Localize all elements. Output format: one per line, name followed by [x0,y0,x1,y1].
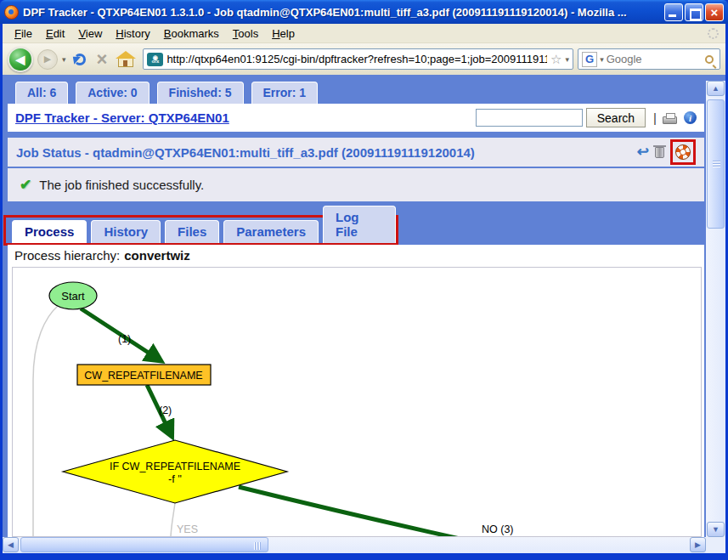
stop-button[interactable]: × [97,51,108,68]
navigation-toolbar: ◀ ▶ ▾ × ◉o/x ☆ ▾ G ▾ [3,43,725,75]
job-message-row: ✔ The job finished successfully. [8,168,704,201]
page-content: All: 6 Active: 0 Finished: 5 Error: 1 DP… [3,75,725,553]
scrollbar-corner [706,537,725,553]
window-title: DPF Tracker - QTXP64EN01 1.3.1.0 - Job q… [23,6,659,19]
node-start-label: Start [61,290,85,303]
close-button[interactable]: × [705,3,724,21]
url-input[interactable] [166,53,547,65]
title-bar: DPF Tracker - QTXP64EN01 1.3.1.0 - Job q… [0,0,728,24]
menu-bookmarks[interactable]: Bookmarks [157,25,226,42]
maximize-button[interactable] [685,3,703,21]
delete-job-icon[interactable] [655,147,664,158]
refresh-job-icon[interactable] [675,144,691,160]
decision-label-2: -f '' [168,473,182,485]
minimize-button[interactable] [664,3,683,21]
success-check-icon: ✔ [20,176,31,194]
job-filter-tabs: All: 6 Active: 0 Finished: 5 Error: 1 [15,82,318,104]
search-engine-bar[interactable]: G ▾ [578,48,720,70]
horizontal-scrollbar[interactable]: ◀ ▶ [3,537,706,553]
server-header-row: DPF Tracker - Server: QTXP64EN01 Search … [8,104,704,132]
process-flowchart: (1) (2) NO (3) YES Start CW_REPEATFILENA… [12,267,702,537]
menu-edit[interactable]: Edit [39,25,71,42]
yes-label: YES [177,523,198,535]
job-success-message: The job finished successfully. [39,178,204,192]
tab-error[interactable]: Error: 1 [251,82,319,104]
decision-label-1: IF CW_REPEATFILENAME [110,461,240,472]
engine-dropdown-icon[interactable]: ▾ [600,55,604,64]
job-status-title: Job Status - qtadmin@QTXP64EN01:multi_ti… [16,145,475,160]
tab-parameters[interactable]: Parameters [223,220,319,243]
scroll-up-icon[interactable]: ▲ [707,81,725,96]
activity-throbber-icon [708,28,719,39]
tab-all[interactable]: All: 6 [15,82,68,104]
edge-yes [171,503,175,536]
flowchart-svg: (1) (2) NO (3) YES Start CW_REPEATFILENA… [13,268,701,536]
highlight-box-refresh [670,139,696,165]
vertical-scrollbar[interactable]: ▲ ▼ [706,81,725,537]
hierarchy-label: Process hierarchy: [14,248,120,263]
search-button[interactable]: Search [586,108,646,127]
menu-file[interactable]: File [8,25,39,42]
firefox-icon [4,5,19,20]
loopback-edge [33,305,59,536]
browser-window: DPF Tracker - QTXP64EN01 1.3.1.0 - Job q… [0,0,728,560]
site-favicon-icon: ◉o/x [147,53,163,66]
job-search-input[interactable] [476,109,583,127]
highlight-box-detail-tabs: Process History Files Parameters Log Fil… [3,215,398,246]
process-hierarchy-row: Process hierarchy: convertwiz [8,245,704,265]
back-button[interactable]: ◀ [8,47,33,72]
tab-logfile[interactable]: Log File [323,206,396,243]
menu-tools[interactable]: Tools [226,25,265,42]
back-to-list-icon[interactable]: ↩ [637,146,649,158]
vertical-scroll-thumb[interactable] [707,99,725,229]
hierarchy-value: convertwiz [124,248,190,263]
google-logo-icon: G [582,52,597,67]
server-link[interactable]: DPF Tracker - Server: QTXP64EN01 [15,110,229,125]
edge-2-label: (2) [159,404,172,416]
print-icon[interactable] [663,116,677,124]
tab-files[interactable]: Files [165,220,219,243]
menu-help[interactable]: Help [265,25,302,42]
horizontal-scroll-thumb[interactable] [20,537,268,552]
menu-bar: File Edit View History Bookmarks Tools H… [3,24,725,43]
tab-finished[interactable]: Finished: 5 [157,82,244,104]
forward-button[interactable]: ▶ [37,49,58,70]
toolbar-separator: | [653,110,657,125]
no-label: NO (3) [482,523,514,535]
bookmark-star-icon[interactable]: ☆ [550,52,562,67]
job-status-header: Job Status - qtadmin@QTXP64EN01:multi_ti… [8,138,704,167]
search-magnifier-icon[interactable] [705,55,714,64]
scroll-right-icon[interactable]: ▶ [690,537,706,552]
scroll-down-icon[interactable]: ▼ [707,522,725,537]
home-button[interactable] [118,58,133,67]
tab-process[interactable]: Process [12,220,87,243]
url-dropdown-icon[interactable]: ▾ [565,55,569,64]
scroll-left-icon[interactable]: ◀ [3,537,19,552]
node-cw-label: CW_REPEATFILENAME [84,370,202,382]
web-search-input[interactable] [607,53,703,65]
edge-no [239,487,514,536]
edge-1-label: (1) [118,333,131,345]
reload-button[interactable] [74,54,86,65]
history-dropdown-icon[interactable]: ▾ [62,55,66,64]
info-icon[interactable]: i [684,111,697,124]
menu-view[interactable]: View [71,25,109,42]
tab-active[interactable]: Active: 0 [76,82,149,104]
address-bar[interactable]: ◉o/x ☆ ▾ [143,48,573,70]
menu-history[interactable]: History [109,25,156,42]
tab-history[interactable]: History [91,220,161,243]
